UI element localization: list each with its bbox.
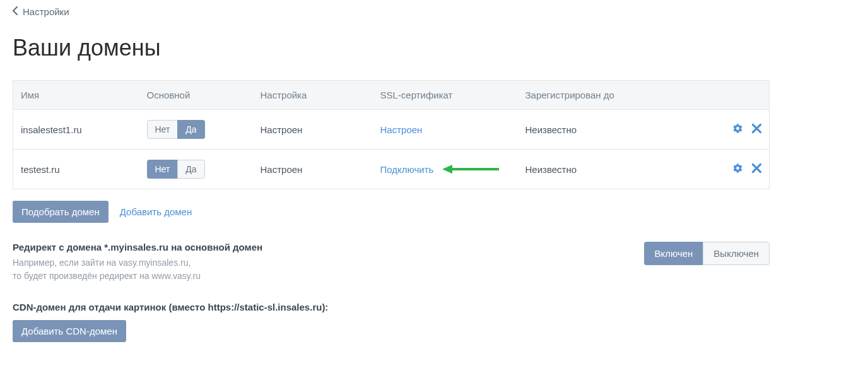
close-icon[interactable] <box>752 163 761 175</box>
domain-setup: Настроен <box>253 150 373 189</box>
domain-ssl: Подключить <box>373 150 518 189</box>
redirect-toggle: Включен Выключен <box>644 242 770 265</box>
chevron-left-icon <box>13 6 18 17</box>
redirect-hint: Например, если зайти на vasy.myinsales.r… <box>13 256 262 283</box>
ssl-link[interactable]: Настроен <box>380 124 423 135</box>
col-main: Основной <box>139 81 253 110</box>
main-toggle-yes[interactable]: Да <box>177 160 204 179</box>
pick-domain-button[interactable]: Подобрать домен <box>13 201 108 223</box>
domains-table: Имя Основной Настройка SSL-сертификат За… <box>13 80 770 189</box>
arrow-icon <box>442 163 499 175</box>
add-cdn-button[interactable]: Добавить CDN-домен <box>13 320 126 342</box>
main-toggle-no[interactable]: Нет <box>147 160 179 179</box>
domain-registered: Неизвестно <box>518 150 707 189</box>
col-name: Имя <box>13 81 139 110</box>
table-row: insalestest1.ruНетДаНастроенНастроенНеиз… <box>13 110 770 150</box>
redirect-off-button[interactable]: Выключен <box>703 242 770 265</box>
domain-actions <box>707 150 770 189</box>
page-title: Ваши домены <box>13 35 855 61</box>
redirect-on-button[interactable]: Включен <box>644 242 704 265</box>
domain-name: insalestest1.ru <box>13 110 139 150</box>
redirect-title: Редирект с домена *.myinsales.ru на осно… <box>13 242 262 252</box>
col-setup: Настройка <box>253 81 373 110</box>
domain-main-toggle-cell: НетДа <box>139 150 253 189</box>
cdn-title: CDN-домен для отдачи картинок (вместо ht… <box>13 302 770 312</box>
gear-icon[interactable] <box>732 163 743 175</box>
domain-name: testest.ru <box>13 150 139 189</box>
breadcrumb-back[interactable]: Настройки <box>13 6 855 17</box>
domain-main-toggle-cell: НетДа <box>139 110 253 150</box>
main-toggle-yes[interactable]: Да <box>177 120 204 139</box>
domain-actions <box>707 110 770 150</box>
table-row: testest.ruНетДаНастроенПодключитьНеизвес… <box>13 150 770 189</box>
close-icon[interactable] <box>752 124 761 135</box>
breadcrumb-label: Настройки <box>23 6 69 17</box>
gear-icon[interactable] <box>732 123 743 136</box>
col-registered: Зарегистрирован до <box>518 81 707 110</box>
ssl-link[interactable]: Подключить <box>380 164 434 175</box>
domain-setup: Настроен <box>253 110 373 150</box>
svg-marker-1 <box>442 165 452 174</box>
domain-registered: Неизвестно <box>518 110 707 150</box>
main-toggle-no[interactable]: Нет <box>147 120 179 139</box>
add-domain-link[interactable]: Добавить домен <box>120 206 192 217</box>
domain-ssl: Настроен <box>373 110 518 150</box>
col-ssl: SSL-сертификат <box>373 81 518 110</box>
col-actions <box>707 81 770 110</box>
